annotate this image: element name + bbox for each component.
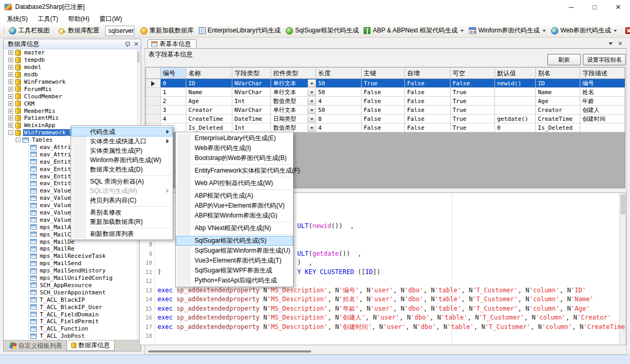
table-row-3[interactable]: 3CreatorNVarChar单行文本50FalseFalseTrueCrea… — [146, 106, 625, 115]
grid-cell[interactable]: Age — [186, 97, 232, 106]
set-field-alias-button[interactable]: 设置字段别名 — [583, 54, 626, 65]
grid-cell[interactable]: 创建人 — [580, 106, 625, 115]
tree-node-database-model[interactable]: +model — [4, 64, 137, 71]
panel-tab-自定义模板列表[interactable]: 自定义模板列表 — [6, 340, 66, 351]
table-row-0[interactable]: 0IDNVarChar单行文本50TrueFalseFalsenewid()ID… — [146, 79, 625, 88]
menubar-item-0[interactable]: 系统(S) — [4, 14, 35, 25]
grid-header-字段描述[interactable]: 字段描述 — [580, 67, 625, 79]
grid-cell[interactable]: False — [362, 106, 405, 115]
tree-scrollbar-thumb[interactable] — [137, 51, 140, 63]
grid-header-名称[interactable]: 名称 — [186, 67, 232, 79]
pin-icon[interactable] — [125, 41, 130, 47]
tree-node-table-SCH_AppResource[interactable]: SCH_AppResource — [4, 282, 137, 289]
table-row-1[interactable]: 1NameNVarChar单行文本50FalseFalseTrueName姓名 — [146, 88, 625, 97]
row-header-cell[interactable] — [146, 97, 161, 106]
tree-node-table-T_ACL_Function[interactable]: T_ACL_Function — [4, 325, 137, 333]
menubar-item-2[interactable]: 帮助(H) — [65, 14, 96, 25]
grid-header-自增[interactable]: 自增 — [405, 67, 451, 79]
menu-item-Abp VNext框架代码生成(N)[interactable]: Abp VNext框架代码生成(N) — [176, 223, 293, 233]
menubar-item-1[interactable]: 工具(T) — [35, 14, 65, 25]
grid-cell[interactable]: Int — [232, 97, 271, 106]
grid-cell[interactable]: False — [405, 123, 451, 132]
menu-item-实体类属性生成(P)[interactable]: 实体类属性生成(P) — [71, 146, 173, 155]
grid-cell[interactable]: Name — [186, 88, 232, 97]
menu-item-刷新数据库列表[interactable]: 刷新数据库列表 — [71, 229, 173, 238]
tree-node-table-T_ACL_JobPost[interactable]: T_ACL_JobPost — [4, 333, 137, 340]
editor-vscrollbar-thumb[interactable] — [621, 195, 625, 214]
grid-cell[interactable]: 8 — [316, 115, 362, 123]
grid-cell[interactable]: 0 — [161, 79, 186, 88]
menu-item-EnterpriseLibrary代码生成(E)[interactable]: EnterpriseLibrary代码生成(E) — [176, 133, 293, 143]
menu-item-SQL 查询分析器(A)[interactable]: SQL 查询分析器(A) — [71, 177, 173, 186]
grid-cell[interactable]: 2 — [161, 97, 186, 106]
menu-item-SqlSugar框架代码生成(S)[interactable]: SqlSugar框架代码生成(S) — [176, 236, 293, 246]
toolbar-button-重新加载数据库[interactable]: 重新加载数据库 — [138, 25, 196, 36]
grid-cell[interactable]: False — [405, 115, 451, 123]
tree-node-database-MemberMis[interactable]: +MemberMis — [4, 107, 137, 115]
tree-node-database-tempdb[interactable]: +tempdb — [4, 56, 137, 64]
tree-node-table-mps_MailSend[interactable]: mps_MailSend — [4, 260, 137, 267]
editor-vscrollbar[interactable] — [619, 193, 626, 345]
menu-item-SqlSugar框架WPF界面生成[interactable]: SqlSugar框架WPF界面生成 — [176, 266, 293, 276]
grid-header-长度[interactable]: 长度 — [316, 67, 362, 79]
tab-table-basic-info[interactable]: 表基本信息 — [148, 39, 197, 48]
tree-node-table-mps_MailReceiveTask[interactable]: mps_MailReceiveTask — [4, 253, 137, 260]
grid-header-rowheader[interactable] — [146, 67, 161, 79]
tree-node-database-CloudMember[interactable]: +CloudMember — [4, 93, 137, 100]
tree-node-table-SCH_UserAppointment[interactable]: SCH_UserAppointment — [4, 289, 137, 296]
menu-item-拷贝列表内容(C)[interactable]: 拷贝列表内容(C) — [71, 196, 173, 205]
grid-cell[interactable]: Is_Deleted — [536, 123, 580, 132]
tree-node-table-mps_MailSendHistory[interactable]: mps_MailSendHistory — [4, 267, 137, 275]
menu-item-Vue3+Element界面代码生成(T)[interactable]: Vue3+Element界面代码生成(T) — [176, 256, 293, 266]
tree-node-database-msdb[interactable]: +msdb — [4, 71, 137, 78]
grid-cell[interactable]: Int — [232, 123, 271, 132]
tree-node-table-mps_MailUnifiedConfig[interactable]: mps_MailUnifiedConfig — [4, 275, 137, 282]
cell-dropdown-button[interactable] — [308, 106, 316, 114]
grid-cell[interactable]: 单行文本 — [271, 88, 316, 97]
grid-cell[interactable] — [495, 97, 536, 106]
grid-cell[interactable]: CreateTime — [186, 115, 232, 123]
grid-cell[interactable] — [495, 88, 536, 97]
grid-cell[interactable]: Creator — [186, 106, 232, 115]
toolbar-button-ABP & ABPNext 框架代码生成[interactable]: ABP & ABPNext 框架代码生成 — [361, 25, 466, 36]
grid-cell[interactable]: ID — [536, 79, 580, 88]
tree-node-table-mps_MailRe[interactable]: mps_MailRe — [4, 245, 137, 253]
grid-cell[interactable]: 年龄 — [580, 97, 625, 106]
grid-cell[interactable]: Is_Deleted — [186, 123, 232, 132]
grid-cell[interactable]: NVarChar — [232, 88, 271, 97]
grid-header-控件类型[interactable]: 控件类型 — [271, 67, 316, 79]
grid-cell[interactable]: 4 — [316, 123, 362, 132]
grid-cell[interactable]: False — [362, 97, 405, 106]
tree-node-database-PatientMis[interactable]: +PatientMis — [4, 115, 137, 122]
grid-cell[interactable]: 姓名 — [580, 88, 625, 97]
refresh-button[interactable]: 刷新 — [547, 54, 581, 65]
cell-dropdown-button[interactable] — [308, 124, 316, 132]
menu-item-ABP的Vue+Element界面代码(V)[interactable]: ABP的Vue+Element界面代码(V) — [176, 201, 293, 211]
grid-cell[interactable]: Name — [536, 88, 580, 97]
grid-cell[interactable]: 4 — [161, 115, 186, 123]
tree-node-table-T_ACL_FieldDomain[interactable]: T_ACL_FieldDomain — [4, 311, 137, 318]
maximize-button[interactable]: □ — [583, 0, 606, 14]
tree-node-database-master[interactable]: +master — [4, 49, 137, 56]
menu-item-实体类生成快速入口[interactable]: 实体类生成快速入口 — [71, 136, 173, 146]
toolbar-button-退出[interactable]: 退出 — [623, 25, 630, 36]
grid-cell[interactable]: CreateTime — [536, 115, 580, 123]
grid-cell[interactable]: getdate() — [495, 115, 536, 123]
grid-cell[interactable]: True — [451, 115, 495, 123]
grid-cell[interactable]: False — [362, 123, 405, 132]
toolbar-button-数据库配置[interactable]: 数据库配置 — [55, 25, 102, 36]
row-header-cell[interactable] — [146, 115, 161, 123]
cell-dropdown-button[interactable] — [308, 97, 316, 105]
tree-node-database-ForumMis[interactable]: +ForumMis — [4, 85, 137, 93]
tree-node-database-WinFramework[interactable]: +WinFramework — [4, 78, 137, 86]
database-type-combo[interactable]: sqlserver — [105, 26, 134, 36]
panel-tab-数据库信息[interactable]: 数据库信息 — [66, 340, 115, 351]
menu-item-ABP框架Winform界面生成(G)[interactable]: ABP框架Winform界面生成(G) — [176, 211, 293, 221]
grid-cell[interactable]: False — [405, 106, 451, 115]
grid-cell[interactable]: 50 — [316, 88, 362, 97]
tree-node-table-T_ACL_BlackIP[interactable]: T_ACL_BlackIP — [4, 296, 137, 303]
grid-cell[interactable]: True — [451, 106, 495, 115]
grid-cell[interactable]: newid() — [495, 79, 536, 88]
grid-cell[interactable]: 创建时间 — [580, 115, 625, 123]
cell-dropdown-button[interactable] — [308, 88, 316, 96]
